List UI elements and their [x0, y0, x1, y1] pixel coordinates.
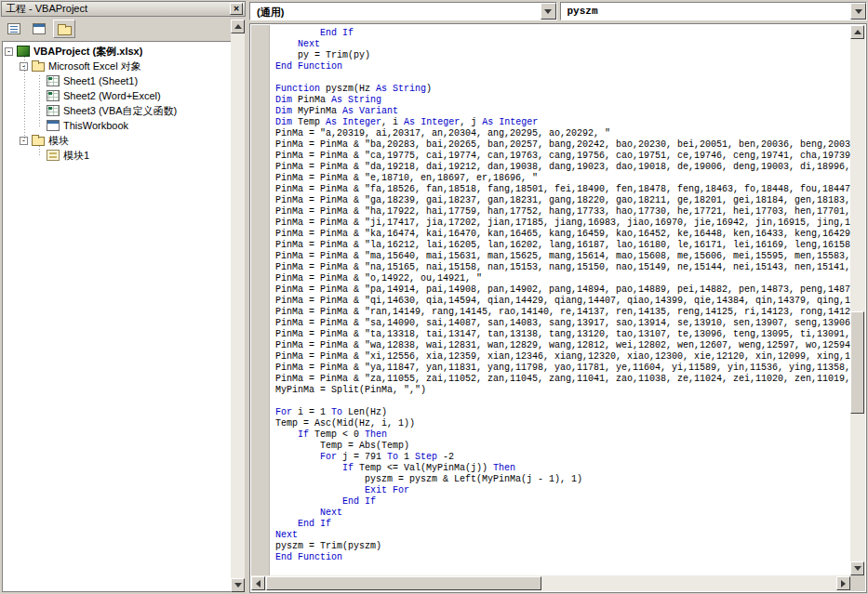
code-line: PinMa = PinMa & "ta,13318, tai,13147, ta… [275, 329, 850, 340]
tree-item[interactable]: 模块1 [3, 148, 231, 163]
tree-item[interactable]: -Microsoft Excel 对象 [3, 59, 231, 73]
vertical-scrollbar[interactable] [850, 25, 865, 575]
code-line: pyszm = Trim(pyszm) [275, 541, 850, 552]
procedure-dropdown-value: pyszm [568, 6, 598, 17]
code-area: End If Next py = Trim(py)End Function Fu… [249, 23, 867, 593]
folder-icon [32, 62, 45, 72]
tree-item-label: Sheet1 (Sheet1) [63, 75, 138, 86]
code-line: PinMa = PinMa & "o,14922, ou,14921, " [275, 273, 850, 284]
code-line: PinMa = PinMa & "ha,17922, hai,17759, ha… [275, 206, 850, 218]
margin-indicator-bar[interactable] [251, 25, 270, 575]
tree-item[interactable]: Sheet1 (Sheet1) [3, 73, 231, 88]
vertical-scroll-thumb[interactable] [850, 311, 864, 414]
object-dropdown-value: (通用) [257, 6, 284, 20]
folder-icon [32, 137, 45, 146]
tree-item[interactable]: ThisWorkbook [3, 118, 231, 133]
tree-item[interactable]: Sheet3 (VBA自定义函数) [3, 103, 231, 118]
project-explorer-panel: 工程 - VBAProject ✕ -VBAProject (案例.xlsx)-… [1, 1, 246, 593]
code-line: End Function [275, 61, 850, 73]
tree-item-label: 模块 [48, 134, 69, 148]
arrow-up-icon [234, 24, 242, 29]
view-object-icon [33, 23, 46, 34]
code-line: If Temp < 0 Then [275, 429, 850, 441]
project-explorer-toolbar [3, 19, 75, 39]
code-line: PinMa = PinMa & "za,11055, zai,11052, za… [275, 374, 850, 385]
view-code-icon [7, 23, 20, 34]
close-button[interactable]: ✕ [230, 3, 243, 15]
scroll-down-button[interactable] [850, 561, 864, 575]
arrow-left-icon [256, 580, 260, 587]
arrow-down-icon [854, 566, 861, 571]
toggle-folders-button[interactable] [53, 20, 75, 38]
horizontal-scroll-thumb[interactable] [266, 576, 541, 590]
scrollbar-corner [850, 575, 865, 591]
view-code-button[interactable] [3, 20, 25, 38]
code-line: Next [275, 508, 850, 519]
code-line: PinMa = PinMa & "wa,12838, wai,12831, wa… [275, 340, 850, 351]
scroll-left-button[interactable] [251, 576, 265, 590]
tree-item-label: ThisWorkbook [63, 120, 128, 131]
code-line: If Temp <= Val(MyPinMa(j)) Then [275, 463, 850, 474]
module-icon [47, 150, 60, 161]
tree-item[interactable]: -VBAProject (案例.xlsx) [3, 44, 231, 59]
code-line: PinMa = PinMa & "ga,18239, gai,18237, ga… [275, 195, 850, 206]
code-line: py = Trim(py) [275, 50, 850, 61]
code-line: Temp = Abs(Temp) [275, 441, 850, 452]
code-line: End If [275, 28, 850, 39]
close-icon: ✕ [234, 5, 240, 13]
code-line: End If [275, 496, 850, 508]
procedure-dropdown[interactable]: pyszm [560, 2, 868, 20]
code-line: Next [275, 39, 850, 50]
project-explorer-titlebar[interactable]: 工程 - VBAProject ✕ [1, 1, 246, 17]
code-line [275, 73, 850, 84]
tree-item-label: Sheet2 (Word+Excel) [63, 90, 161, 101]
project-window-title: 工程 - VBAProject [6, 2, 230, 16]
code-line: PinMa = PinMa & "ma,15640, mai,15631, ma… [275, 251, 850, 262]
sheet-icon [47, 75, 60, 86]
code-line: PinMa = PinMa & "xi,12556, xia,12359, xi… [275, 351, 850, 363]
code-editor[interactable]: End If Next py = Trim(py)End Function Fu… [271, 25, 850, 575]
code-line: PinMa = "a,20319, ai,20317, an,20304, an… [275, 128, 850, 139]
scroll-up-button[interactable] [850, 25, 864, 39]
arrow-up-icon [854, 30, 861, 34]
project-icon [17, 46, 30, 57]
code-line: Temp = Asc(Mid(Hz, i, 1)) [275, 418, 850, 429]
tree-item[interactable]: -模块 [3, 133, 231, 148]
code-line: Exit For [275, 485, 850, 496]
tree-guide-line [24, 57, 25, 142]
procedure-dropdown-button[interactable] [850, 3, 866, 20]
horizontal-scrollbar[interactable] [251, 575, 850, 591]
project-tree[interactable]: -VBAProject (案例.xlsx)-Microsoft Excel 对象… [2, 41, 231, 592]
arrow-right-icon [841, 580, 846, 587]
code-line: For i = 1 To Len(Hz) [275, 407, 850, 418]
code-line: PinMa = PinMa & "na,15165, nai,15158, na… [275, 262, 850, 273]
tree-item-label: VBAProject (案例.xlsx) [33, 45, 142, 59]
code-line: End Function [275, 552, 850, 563]
code-line: MyPinMa = Split(PinMa, ",") [275, 385, 850, 396]
tree-item-label: 模块1 [63, 149, 89, 163]
code-line: PinMa = PinMa & "e,18710, en,18697, er,1… [275, 173, 850, 184]
object-dropdown[interactable]: (通用) [249, 2, 557, 20]
scroll-down-button[interactable] [231, 578, 245, 592]
code-line: PinMa = PinMa & "da,19218, dai,19212, da… [275, 162, 850, 173]
code-window-header: (通用) pyszm [249, 2, 867, 21]
code-line: PinMa = PinMa & "ya,11847, yan,11831, ya… [275, 363, 850, 374]
sheet-icon [47, 90, 60, 101]
code-line: Next [275, 530, 850, 541]
code-line: PinMa = PinMa & "fa,18526, fan,18518, fa… [275, 184, 850, 195]
view-object-button[interactable] [28, 20, 50, 38]
sheet-icon [47, 105, 60, 116]
scroll-right-button[interactable] [836, 576, 850, 590]
code-line: PinMa = PinMa & "pa,14914, pai,14908, pa… [275, 284, 850, 296]
expand-collapse-box[interactable]: - [5, 47, 13, 56]
code-line: PinMa = PinMa & "ran,14149, rang,14145, … [275, 307, 850, 318]
scroll-up-button[interactable] [231, 20, 245, 33]
object-dropdown-button[interactable] [541, 3, 556, 20]
tree-item[interactable]: Sheet2 (Word+Excel) [3, 88, 231, 103]
code-line: PinMa = PinMa & "ji,17417, jia,17202, ji… [275, 218, 850, 229]
project-tree-scrollbar[interactable] [231, 20, 245, 592]
code-line: Dim Temp As Integer, i As Integer, j As … [275, 117, 850, 128]
code-line: PinMa = PinMa & "la,16212, lai,16205, la… [275, 240, 850, 251]
code-line: Dim MyPinMa As Variant [275, 106, 850, 117]
toggle-folders-icon [58, 26, 72, 35]
